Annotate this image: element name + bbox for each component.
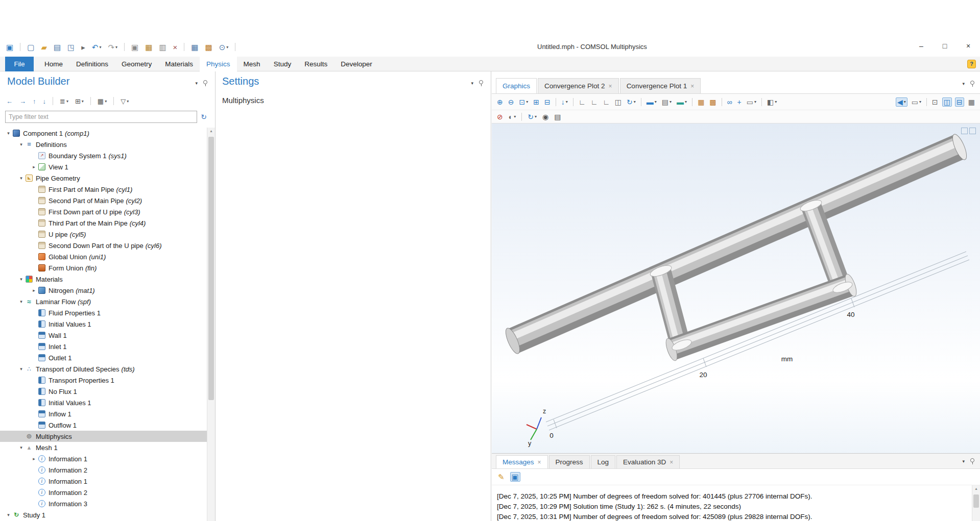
close-icon[interactable]: ×	[609, 83, 612, 90]
columns-button[interactable]: ▦▾	[97, 97, 108, 105]
graphics-viewport[interactable]: 0 20 40 mm y z	[492, 123, 980, 453]
select-adjacent-button[interactable]: ▩	[708, 98, 717, 106]
zoom-out-button[interactable]: ⊖	[507, 98, 515, 106]
dropdown-caret-icon[interactable]: ▾	[535, 114, 537, 119]
dropdown-caret-icon[interactable]: ▾	[514, 114, 516, 119]
tree-item-nitrogen[interactable]: ▸Nitrogen(mat1)	[0, 285, 207, 296]
view-link-button[interactable]: ∞	[726, 98, 733, 106]
transparency-button[interactable]: ◐▾	[508, 113, 517, 121]
zoom-selected-button[interactable]: ⊟	[543, 98, 552, 106]
go-to-view-button[interactable]: ↓▾	[560, 98, 569, 106]
duplicate-button[interactable]: ▥	[158, 43, 167, 52]
go-back-button[interactable]: ←	[5, 97, 14, 105]
expander-icon[interactable]: ▾	[4, 131, 13, 136]
graphics-tab-convergence-plot-2[interactable]: Convergence Plot 2×	[538, 78, 619, 93]
paste-button[interactable]: ▦	[144, 43, 153, 52]
tree-item-pipe-geometry[interactable]: ▾Pipe Geometry	[0, 172, 207, 184]
rotate-scene-button[interactable]: ◀▾	[896, 97, 907, 107]
pin-icon[interactable]	[969, 458, 975, 465]
dropdown-caret-icon[interactable]: ▾	[754, 100, 756, 104]
messages-tab-log[interactable]: Log	[591, 455, 616, 468]
viewport-button-2[interactable]	[969, 128, 976, 134]
move-down-button[interactable]: ↓	[42, 97, 47, 105]
tree-item-boundary-system-1[interactable]: Boundary System 1(sys1)	[0, 150, 207, 161]
dropdown-caret-icon[interactable]: ▾	[115, 45, 117, 49]
expander-icon[interactable]: ▸	[30, 456, 38, 461]
tree-item-no-flux-1[interactable]: No Flux 1	[0, 386, 207, 397]
redo-button[interactable]: ↷▾	[107, 43, 118, 52]
split-horizontal-button[interactable]: ◫	[942, 97, 952, 107]
tree-item-fluid-properties-1[interactable]: Fluid Properties 1	[0, 307, 207, 318]
tree-item-u-pipe[interactable]: U pipe(cyl5)	[0, 229, 207, 240]
tree-item-multiphysics[interactable]: Multiphysics	[0, 431, 207, 442]
expander-icon[interactable]: ▾	[17, 366, 26, 371]
dropdown-caret-icon[interactable]: ▾	[919, 100, 921, 104]
dropdown-caret-icon[interactable]: ▾	[82, 99, 84, 104]
zoom-in-button[interactable]: ⊕	[496, 98, 504, 106]
tree-item-materials[interactable]: ▾Materials	[0, 274, 207, 285]
copy-button[interactable]: ▣	[130, 43, 139, 52]
move-up-button[interactable]: ↑	[32, 97, 37, 105]
app-logo-button[interactable]: ▣	[5, 43, 14, 52]
dropdown-caret-icon[interactable]: ▾	[775, 100, 777, 104]
view-default-button[interactable]: ◫	[614, 98, 623, 106]
close-icon[interactable]: ×	[690, 83, 694, 90]
dropdown-caret-icon[interactable]: ▾	[566, 100, 568, 104]
messages-tab-progress[interactable]: Progress	[549, 455, 590, 468]
view-zx-button[interactable]: ∟	[602, 98, 611, 106]
expander-icon[interactable]: ▾	[17, 142, 26, 147]
tree-item-initial-values-1[interactable]: Initial Values 1	[0, 397, 207, 408]
clip-plane-button[interactable]: ⊘	[496, 113, 504, 121]
tree-item-information-3[interactable]: Information 3	[0, 498, 207, 509]
panel-menu-caret-icon[interactable]: ▾	[962, 459, 965, 464]
scroll-up-icon[interactable]: ▴	[207, 128, 215, 135]
dropdown-caret-icon[interactable]: ▾	[685, 100, 687, 104]
dropdown-caret-icon[interactable]: ▾	[66, 99, 68, 104]
tree-scrollbar[interactable]: ▴	[207, 128, 215, 521]
show-options-button[interactable]: ≣▾	[59, 97, 69, 105]
dropdown-caret-icon[interactable]: ▾	[99, 45, 101, 49]
messages-scrollbar[interactable]: ▴	[972, 485, 980, 521]
scene-color-button[interactable]: ▬▾	[646, 98, 658, 106]
ribbon-tab-definitions[interactable]: Definitions	[69, 57, 115, 71]
color-table-button[interactable]: ▤▾	[661, 98, 673, 106]
expander-icon[interactable]: ▾	[17, 176, 26, 181]
tree-item-information-1[interactable]: Information 1	[0, 476, 207, 487]
open-file-button[interactable]: ▰	[40, 43, 48, 52]
tree-item-inlet-1[interactable]: Inlet 1	[0, 341, 207, 352]
close-icon[interactable]: ×	[538, 459, 541, 466]
dropdown-caret-icon[interactable]: ▾	[670, 100, 672, 104]
preview-button[interactable]: ◳	[66, 43, 76, 52]
panel-menu-caret-icon[interactable]: ▾	[471, 81, 473, 86]
plot-table-button[interactable]: ▦	[967, 98, 976, 106]
panel-menu-caret-icon[interactable]: ▾	[962, 81, 965, 86]
snapshot-button[interactable]: ◉	[541, 113, 549, 121]
ribbon-tab-physics[interactable]: Physics	[200, 57, 237, 71]
tree-item-initial-values-1[interactable]: Initial Values 1	[0, 318, 207, 330]
tree-item-transport-of-diluted-species[interactable]: ▾Transport of Diluted Species(tds)	[0, 363, 207, 375]
environment-button[interactable]: ◧▾	[766, 98, 778, 106]
scroll-thumb[interactable]	[208, 137, 214, 400]
tree-item-form-union[interactable]: Form Union(fin)	[0, 262, 207, 274]
expander-icon[interactable]: ▾	[17, 445, 26, 450]
table-data-button[interactable]: ▦	[190, 43, 199, 52]
expander-icon[interactable]: ▾	[17, 299, 26, 304]
ribbon-tab-materials[interactable]: Materials	[158, 57, 200, 71]
dropdown-caret-icon[interactable]: ▾	[127, 99, 129, 104]
maximize-button[interactable]: □	[933, 37, 957, 55]
pin-icon[interactable]	[202, 80, 208, 87]
expander-icon[interactable]: ▾	[17, 277, 26, 282]
tree-item-information-1[interactable]: ▸Information 1	[0, 453, 207, 464]
run-button[interactable]: ▸	[80, 43, 86, 52]
tree-item-second-part-of-main-pipe[interactable]: Second Part of Main Pipe(cyl2)	[0, 195, 207, 206]
save-file-button[interactable]: ▤	[53, 43, 62, 52]
ribbon-tab-mesh[interactable]: Mesh	[237, 57, 267, 71]
new-file-button[interactable]: ▢	[26, 43, 35, 52]
dropdown-caret-icon[interactable]: ▾	[105, 99, 107, 104]
tree-item-first-down-part-of-u-pipe[interactable]: First Down part of U pipe(cyl3)	[0, 206, 207, 217]
scroll-thumb[interactable]	[973, 494, 979, 508]
report-button[interactable]: ▩	[204, 43, 213, 52]
tree-item-definitions[interactable]: ▾Definitions	[0, 139, 207, 150]
tree-item-global-union[interactable]: Global Union(uni1)	[0, 251, 207, 262]
go-forward-button[interactable]: →	[18, 97, 27, 105]
